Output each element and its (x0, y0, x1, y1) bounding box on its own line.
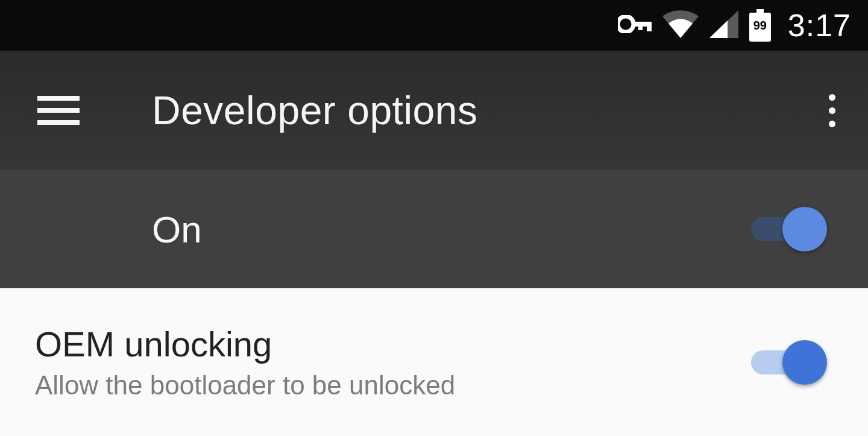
status-time: 3:17 (788, 7, 851, 43)
vpn-key-icon (618, 15, 652, 36)
oem-unlocking-toggle[interactable] (751, 338, 823, 387)
svg-rect-3 (638, 22, 643, 30)
svg-rect-2 (647, 22, 652, 31)
setting-text: OEM unlocking Allow the bootloader to be… (35, 324, 751, 400)
setting-row-oem-unlocking[interactable]: OEM unlocking Allow the bootloader to be… (0, 288, 868, 436)
cell-signal-icon (709, 10, 738, 40)
status-icons: 99 (618, 10, 771, 40)
battery-icon: 99 (749, 10, 771, 40)
svg-rect-4 (756, 9, 764, 13)
master-switch-row[interactable]: On (0, 170, 868, 288)
overflow-icon[interactable] (820, 88, 844, 133)
svg-point-0 (618, 16, 634, 32)
wifi-icon (662, 10, 699, 40)
setting-title: OEM unlocking (35, 324, 751, 364)
master-switch-label: On (152, 208, 751, 251)
master-switch-toggle[interactable] (751, 205, 823, 253)
hamburger-icon[interactable] (37, 96, 80, 125)
status-bar: 99 3:17 (0, 0, 868, 51)
app-bar: Developer options (0, 51, 868, 170)
setting-subtitle: Allow the bootloader to be unlocked (35, 370, 751, 400)
page-title: Developer options (152, 87, 820, 133)
battery-level: 99 (753, 19, 767, 33)
